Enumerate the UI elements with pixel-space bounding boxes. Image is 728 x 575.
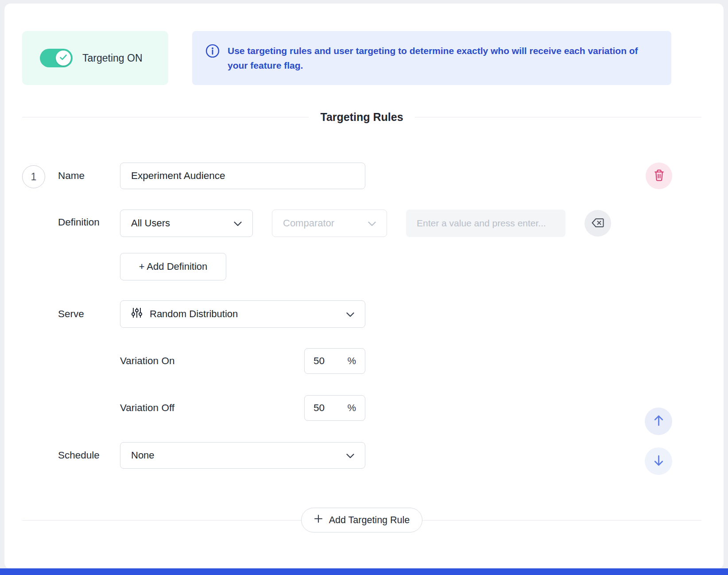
definition-property-value: All Users	[131, 218, 170, 229]
variation-on-row: Variation On %	[22, 348, 701, 374]
check-icon	[60, 54, 67, 62]
chevron-down-icon	[346, 308, 354, 320]
add-targeting-rule-label: Add Targeting Rule	[329, 515, 410, 526]
variation-off-label: Variation Off	[120, 402, 304, 414]
divider-line	[22, 520, 301, 521]
schedule-value: None	[131, 450, 155, 461]
rule-serve-row: Serve Random Distribution	[22, 300, 701, 328]
rule-name-row: 1 Name	[22, 163, 701, 189]
section-title: Targeting Rules	[320, 111, 403, 124]
add-definition-button[interactable]: + Add Definition	[120, 253, 226, 280]
definition-label: Definition	[58, 210, 120, 280]
delete-rule-button[interactable]	[646, 163, 672, 189]
comparator-placeholder: Comparator	[283, 218, 334, 229]
serve-select[interactable]: Random Distribution	[120, 300, 365, 328]
rule-schedule-row: Schedule None	[22, 442, 701, 469]
section-divider: Targeting Rules	[22, 111, 701, 124]
variation-on-group: %	[304, 348, 365, 374]
divider-line	[415, 117, 701, 117]
top-row: Targeting ON Use targeting rules and use…	[22, 31, 701, 85]
serve-value: Random Distribution	[150, 308, 238, 320]
variation-off-unit: %	[347, 402, 356, 414]
rule-number-badge: 1	[22, 165, 45, 188]
footer-divider: Add Targeting Rule	[22, 508, 701, 532]
definition-fields: All Users Comparator	[120, 210, 611, 280]
info-icon	[205, 44, 220, 60]
schedule-select[interactable]: None	[120, 442, 365, 469]
chevron-down-icon	[368, 218, 376, 229]
variation-off-input[interactable]	[314, 402, 339, 414]
comparator-select[interactable]: Comparator	[272, 210, 387, 237]
variation-off-row: Variation Off %	[22, 395, 701, 421]
definition-property-select[interactable]: All Users	[120, 210, 253, 237]
move-rule-down-button[interactable]	[645, 447, 672, 475]
targeting-panel: Targeting ON Use targeting rules and use…	[4, 4, 724, 569]
serve-select-left: Random Distribution	[131, 307, 238, 321]
info-banner: Use targeting rules and user targeting t…	[192, 31, 671, 85]
clear-definition-button[interactable]	[585, 210, 611, 237]
move-rule-up-button[interactable]	[645, 408, 672, 435]
variation-on-label: Variation On	[120, 355, 304, 367]
backspace-icon	[592, 218, 604, 229]
definition-value-input[interactable]	[406, 210, 565, 237]
serve-label: Serve	[58, 308, 120, 320]
targeting-rule: 1 Name Definition	[22, 163, 701, 469]
rule-name-input[interactable]	[120, 163, 365, 189]
rule-definition-row: Definition All Users Comparator	[22, 210, 701, 280]
chevron-down-icon	[234, 218, 242, 229]
divider-line	[422, 520, 701, 521]
arrow-down-icon	[653, 455, 664, 468]
divider-line	[22, 117, 309, 117]
targeting-toggle-card: Targeting ON	[22, 31, 168, 85]
bottom-accent-bar	[0, 568, 728, 575]
rule-number-gutter: 1	[22, 163, 58, 188]
definition-selects: All Users Comparator	[120, 210, 611, 237]
variation-on-unit: %	[347, 355, 356, 367]
variation-on-input[interactable]	[314, 355, 339, 367]
chevron-down-icon	[346, 450, 354, 461]
schedule-label: Schedule	[58, 450, 120, 461]
plus-icon	[314, 514, 323, 526]
targeting-toggle-label: Targeting ON	[82, 52, 143, 64]
variation-off-group: %	[304, 395, 365, 421]
targeting-toggle[interactable]	[40, 49, 73, 67]
sliders-icon	[131, 307, 143, 321]
arrow-up-icon	[653, 415, 664, 428]
add-targeting-rule-button[interactable]: Add Targeting Rule	[301, 508, 422, 532]
name-label: Name	[58, 170, 120, 182]
trash-icon	[654, 169, 665, 183]
toggle-knob	[56, 51, 71, 66]
info-banner-text: Use targeting rules and user targeting t…	[228, 43, 653, 73]
